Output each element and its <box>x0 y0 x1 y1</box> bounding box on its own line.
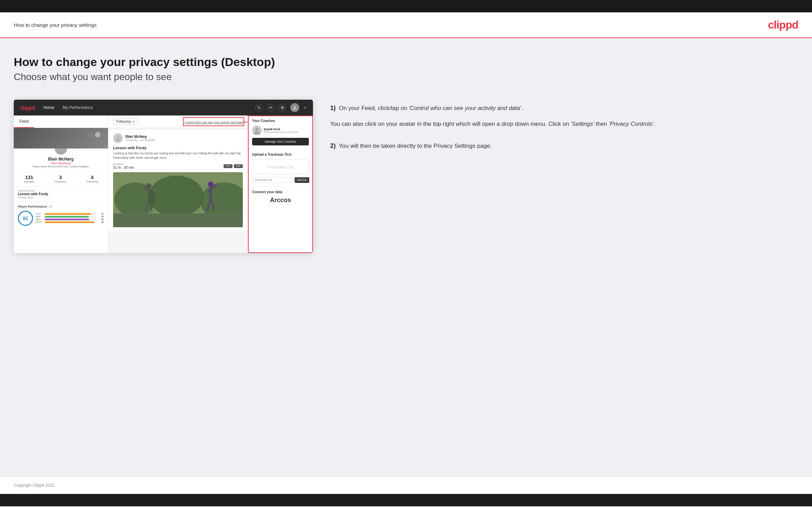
article-subtitle: Choose what you want people to see <box>14 71 798 82</box>
svg-point-10 <box>117 136 119 139</box>
post-duration-row: Duration 01 hr : 30 min OTT APP <box>113 163 243 169</box>
step-2: 2) You will then be taken directly to th… <box>330 141 798 151</box>
coach-club: Royal North Devon Golf Club <box>264 131 298 133</box>
site-header: How to change your privacy settings clip… <box>0 12 812 38</box>
bottom-bar <box>0 494 812 506</box>
post-author-avatar <box>113 133 123 143</box>
search-icon[interactable] <box>255 104 263 111</box>
article-title: How to change your privacy settings (Des… <box>14 55 798 69</box>
content-columns: clippd Home My Performance <box>14 100 798 253</box>
svg-point-30 <box>264 131 266 133</box>
perf-title: Player Performance ⓘ <box>18 205 104 209</box>
screenshot-column: clippd Home My Performance <box>14 100 313 253</box>
person-icon[interactable] <box>267 104 274 111</box>
step-1-extra: You can also click on your avatar in the… <box>330 119 798 129</box>
manage-coaches-button[interactable]: Manage Your Coaches <box>252 138 309 145</box>
connect-section: Connect your data Arccos <box>248 187 313 207</box>
profile-banner <box>14 128 108 148</box>
add-icon[interactable] <box>279 104 286 111</box>
coaches-section: Your Coaches Da <box>248 115 313 149</box>
svg-point-22 <box>208 181 214 187</box>
profile-name: Blair McHarg <box>48 157 74 162</box>
coach-row: David Ford Royal North Devon Golf Club <box>252 125 309 135</box>
coaches-title: Your Coaches <box>252 119 309 123</box>
post-header: Blair McHarg Yesterday · Sunningdale <box>113 133 243 143</box>
nav-right <box>255 103 307 112</box>
trackman-link-box: Trackman Link <box>252 159 309 174</box>
quality-circle: 92 <box>18 211 33 226</box>
feed-header: Following Control who can see your activ… <box>108 115 248 128</box>
trackman-placeholder: Trackman Link <box>267 165 294 169</box>
main-content: How to change your privacy settings (Des… <box>0 38 812 476</box>
nav-my-performance[interactable]: My Performance <box>63 105 93 110</box>
connect-title: Connect your data <box>252 190 309 194</box>
post-title: Lesson with Fordy <box>113 146 243 150</box>
svg-line-1 <box>260 108 261 109</box>
stat-followers: 3 Followers <box>55 175 66 183</box>
svg-point-8 <box>95 132 100 137</box>
control-link-wrapper: Control who can see your activity and da… <box>184 119 243 125</box>
quality-row: 92 OTT 90 APP <box>18 211 104 226</box>
site-footer: Copyright Clippd 2022 <box>0 476 812 494</box>
profile-club: Royal North Devon Golf Club, United King… <box>33 165 89 168</box>
dropdown-chevron-icon[interactable] <box>303 104 307 111</box>
tag-ott: OTT <box>224 164 232 168</box>
user-avatar-btn[interactable] <box>290 103 299 112</box>
svg-point-29 <box>255 128 259 131</box>
bar-putt: PUTT 96 <box>36 221 104 223</box>
feed-post: Blair McHarg Yesterday · Sunningdale Les… <box>108 130 248 231</box>
info-icon: ⓘ <box>49 205 52 208</box>
post-description: Looking to feel like my hands are exitin… <box>113 151 243 160</box>
step-2-num: 2) <box>330 142 336 149</box>
post-author-info: Blair McHarg Yesterday · Sunningdale <box>126 135 155 142</box>
step-2-text: 2) You will then be taken directly to th… <box>330 141 798 151</box>
trackman-input-row: Add Link <box>252 177 309 183</box>
svg-point-7 <box>88 132 94 138</box>
latest-activity: Latest Activity Lesson with Fordy 03 Aug… <box>14 186 108 202</box>
nav-home[interactable]: Home <box>43 105 54 110</box>
following-button[interactable]: Following <box>113 118 138 125</box>
app-body: Feed <box>14 115 313 253</box>
app-sidebar: Feed <box>14 115 108 253</box>
svg-point-0 <box>258 106 260 108</box>
app-navbar: clippd Home My Performance <box>14 100 313 115</box>
profile-stats: 131 Activities 3 Followers 4 Following <box>14 172 108 186</box>
step-1: 1) On your Feed, click/tap on 'Control w… <box>330 103 798 129</box>
stat-activities: 131 Activities <box>24 175 35 183</box>
instructions-column: 1) On your Feed, click/tap on 'Control w… <box>330 100 798 163</box>
trackman-section: Upload a Trackman Test Trackman Link Add… <box>248 149 313 187</box>
stat-following: 4 Following <box>86 175 98 183</box>
svg-rect-15 <box>113 213 243 227</box>
app-feed: Following Control who can see your activ… <box>108 115 248 253</box>
coach-avatar <box>252 125 262 135</box>
location-icon <box>264 131 266 133</box>
trackman-title: Upload a Trackman Test <box>252 153 309 156</box>
top-bar <box>0 0 812 12</box>
svg-point-16 <box>146 183 152 189</box>
tag-pills: OTT APP <box>224 164 243 168</box>
control-privacy-link[interactable]: Control who can see your activity and da… <box>184 121 243 124</box>
following-chevron-icon <box>132 121 135 123</box>
coach-info: David Ford Royal North Devon Golf Club <box>264 128 298 133</box>
bar-arg: ARG 86 <box>36 218 104 221</box>
add-link-button[interactable]: Add Link <box>294 177 309 183</box>
tag-app: APP <box>234 164 243 168</box>
duration-info: Duration 01 hr : 30 min <box>113 163 134 169</box>
page-title: How to change your privacy settings <box>14 22 97 28</box>
post-date-location: Yesterday · Sunningdale <box>126 139 155 142</box>
app-screenshot: clippd Home My Performance <box>14 100 313 253</box>
step-1-num: 1) <box>330 104 336 111</box>
svg-point-13 <box>149 176 204 217</box>
trackman-input[interactable] <box>252 177 293 183</box>
player-performance: Player Performance ⓘ 92 OTT <box>14 202 108 229</box>
profile-handicap: Plus Handicap <box>51 162 71 165</box>
app-right-sidebar: Your Coaches Da <box>248 115 313 253</box>
arccos-text: Arccos <box>252 197 309 204</box>
post-author-name: Blair McHarg <box>126 135 155 139</box>
bar-app: APP 85 <box>36 216 104 218</box>
copyright-text: Copyright Clippd 2022 <box>14 483 55 488</box>
step-1-text: 1) On your Feed, click/tap on 'Control w… <box>330 103 798 113</box>
feed-tab[interactable]: Feed <box>14 115 34 128</box>
app-logo-mockup: clippd <box>20 105 35 111</box>
post-image <box>113 172 243 227</box>
